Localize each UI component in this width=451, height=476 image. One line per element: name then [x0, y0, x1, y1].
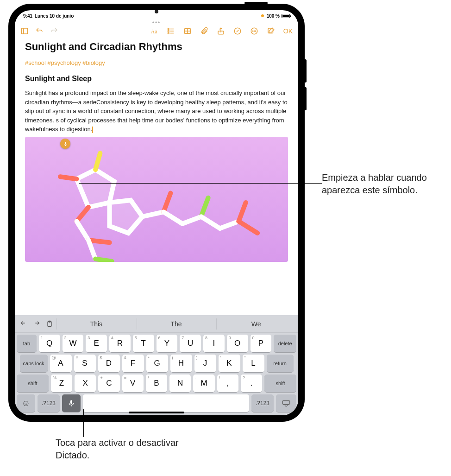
key-c[interactable]: +C: [98, 374, 119, 392]
key-y[interactable]: 6Y: [157, 335, 178, 352]
key-u[interactable]: 7U: [180, 335, 201, 352]
home-indicator[interactable]: [129, 412, 184, 413]
callout-leader-1: [79, 183, 322, 184]
key-l[interactable]: "L: [243, 355, 264, 372]
key-r[interactable]: 4R: [109, 335, 131, 352]
status-date: Lunes 10 de junio: [35, 13, 74, 19]
multitask-dots-icon[interactable]: •••: [15, 19, 298, 24]
callout-dictate: Toca para activar o desactivar Dictado.: [56, 437, 194, 462]
svg-point-3: [168, 28, 169, 30]
key-q[interactable]: 1Q: [39, 335, 60, 352]
key-b[interactable]: /B: [146, 374, 167, 392]
key-k[interactable]: 'K: [219, 355, 240, 372]
ipad-frame: 9:41 Lunes 10 de junio 100 % ••• Aa: [8, 4, 305, 422]
svg-line-22: [60, 177, 76, 179]
molecule-illustration: [25, 137, 288, 262]
svg-line-28: [143, 212, 164, 216]
svg-point-5: [168, 31, 169, 32]
key-x[interactable]: -X: [75, 374, 96, 392]
key-t[interactable]: 5T: [133, 335, 154, 352]
more-icon[interactable]: [250, 27, 258, 35]
key-v[interactable]: =V: [122, 374, 144, 392]
markup-icon[interactable]: [233, 27, 242, 35]
svg-point-17: [255, 31, 256, 32]
kb-row-1: tab 1Q 2W 3E 4R 5T 6Y 7U 8I 9O 0P delete: [17, 335, 296, 352]
key-a[interactable]: @A: [50, 355, 72, 372]
key-m[interactable]: :M: [193, 374, 214, 392]
suggestion-1[interactable]: This: [56, 318, 136, 330]
share-icon[interactable]: [217, 27, 225, 35]
svg-point-7: [168, 32, 169, 34]
key-delete[interactable]: delete: [274, 335, 296, 352]
key-o[interactable]: 9O: [227, 335, 248, 352]
key-shift-right[interactable]: shift: [264, 374, 296, 392]
svg-line-34: [220, 221, 239, 228]
key-g[interactable]: *G: [146, 355, 168, 372]
text-format-icon[interactable]: Aa: [150, 27, 158, 35]
key-tab[interactable]: tab: [17, 335, 37, 352]
note-subtitle: Sunlight and Sleep: [25, 75, 288, 83]
suggestion-2[interactable]: The: [137, 318, 216, 330]
kb-redo-icon[interactable]: [31, 320, 43, 328]
key-comma[interactable]: !,: [217, 374, 238, 392]
key-numbers-right[interactable]: .?123: [251, 394, 274, 412]
note-attachment-image[interactable]: [25, 137, 288, 262]
key-i[interactable]: 8I: [203, 335, 225, 352]
key-hide-keyboard[interactable]: [276, 394, 296, 412]
battery-icon: [282, 14, 290, 18]
key-space[interactable]: [83, 394, 249, 412]
key-dictation[interactable]: [62, 394, 81, 412]
dictation-indicator-icon: [60, 139, 70, 149]
note-body[interactable]: Sunlight has a profound impact on the sl…: [25, 89, 288, 134]
key-p[interactable]: 0P: [251, 335, 272, 352]
volume-up-button: [304, 59, 307, 83]
key-return[interactable]: return: [267, 355, 294, 372]
svg-line-21: [95, 153, 100, 169]
key-period[interactable]: ?.: [241, 374, 262, 392]
svg-line-29: [163, 193, 170, 212]
key-z[interactable]: %Z: [51, 374, 72, 392]
key-shift-left[interactable]: shift: [17, 374, 49, 392]
suggestion-bar: This The We: [15, 315, 298, 333]
key-w[interactable]: 2W: [63, 335, 84, 352]
key-h[interactable]: (H: [170, 355, 192, 372]
svg-line-35: [238, 202, 245, 221]
key-emoji[interactable]: ☺: [17, 394, 35, 412]
battery-percent: 100 %: [267, 13, 280, 19]
attachment-icon[interactable]: [200, 27, 208, 35]
checklist-icon[interactable]: [167, 27, 175, 35]
key-s[interactable]: #S: [74, 355, 96, 372]
svg-line-24: [77, 221, 88, 240]
note-body-text: Sunlight has a profound impact on the sl…: [25, 89, 288, 133]
svg-line-31: [182, 216, 201, 223]
note-title: Sunlight and Circadian Rhythms: [25, 41, 288, 53]
key-d[interactable]: $D: [98, 355, 120, 372]
note-content[interactable]: Sunlight and Circadian Rhythms #school #…: [15, 38, 298, 315]
redo-icon[interactable]: [50, 27, 58, 35]
power-button: [244, 2, 268, 4]
done-button[interactable]: OK: [283, 27, 293, 35]
svg-point-15: [252, 31, 253, 32]
compose-icon[interactable]: [267, 27, 275, 35]
svg-line-30: [163, 212, 182, 223]
table-icon[interactable]: [183, 27, 192, 35]
undo-icon[interactable]: [35, 27, 44, 35]
callout-speak: Empieza a hablar cuando aparezca este sí…: [322, 171, 442, 197]
suggestion-3[interactable]: We: [216, 318, 295, 330]
keyboard: This The We tab 1Q 2W 3E 4R 5T 6Y 7U 8I …: [15, 315, 298, 415]
key-j[interactable]: )J: [194, 355, 216, 372]
svg-text:Aa: Aa: [150, 28, 157, 35]
key-numbers-left[interactable]: .?123: [38, 394, 60, 412]
kb-undo-icon[interactable]: [18, 320, 30, 328]
svg-marker-20: [110, 200, 143, 233]
kb-clipboard-icon[interactable]: [44, 320, 56, 328]
sidebar-icon[interactable]: [20, 27, 29, 35]
status-time: 9:41: [23, 13, 32, 19]
key-capslock[interactable]: caps lock: [20, 355, 48, 372]
key-f[interactable]: &F: [122, 355, 144, 372]
svg-rect-0: [21, 28, 28, 34]
note-tags[interactable]: #school #psychology #biology: [25, 59, 288, 66]
key-e[interactable]: 3E: [86, 335, 107, 352]
kb-row-4: ☺ .?123 .?123: [17, 394, 296, 412]
key-n[interactable]: ;N: [169, 374, 191, 392]
